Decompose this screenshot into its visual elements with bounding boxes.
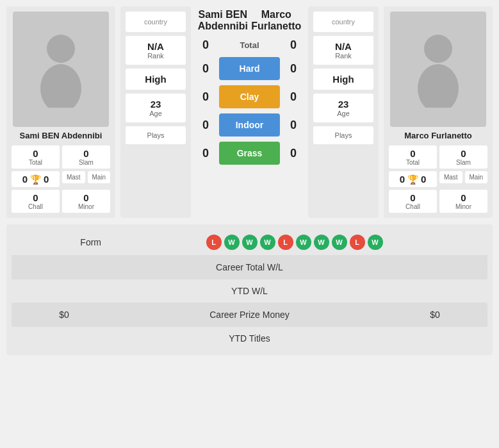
form-badge-w: W xyxy=(224,235,240,250)
hard-score-right: 0 xyxy=(284,62,303,76)
left-age-row: 23 Age xyxy=(126,94,186,122)
svg-point-1 xyxy=(40,64,81,108)
grass-court-button[interactable]: Grass xyxy=(219,142,280,165)
left-country-row: country xyxy=(126,12,186,32)
left-main-label: Main xyxy=(92,174,107,181)
right-rank-row: N/A Rank xyxy=(313,36,373,65)
prize-left: $0 xyxy=(19,310,109,320)
right-minor-value: 0 xyxy=(443,192,484,203)
left-chall-cell: 0 Chall xyxy=(12,190,60,213)
left-stats-grid: 0 Total 0 Slam 0 🏆 0 Mast xyxy=(12,145,110,213)
form-row: Form LWWWLWWWLW xyxy=(12,229,487,256)
right-country-img: country xyxy=(317,18,370,26)
form-label: Form xyxy=(19,237,109,247)
right-chall-cell: 0 Chall xyxy=(389,190,437,213)
left-country-img: country xyxy=(129,18,182,26)
right-high-value: High xyxy=(317,74,370,85)
left-plays-row: Plays xyxy=(126,126,186,144)
left-player-card: Sami BEN Abdennibi 0 Total 0 Slam 0 🏆 0 xyxy=(6,6,115,218)
career-wl-row: Career Total W/L xyxy=(12,256,487,279)
hard-row: 0 Hard 0 xyxy=(196,57,303,80)
left-player-name-center: Sami BEN Abdennibi xyxy=(196,9,250,32)
right-rank-label: Rank xyxy=(317,52,370,60)
right-minor-label: Minor xyxy=(443,203,484,210)
clay-court-button[interactable]: Clay xyxy=(219,85,280,108)
right-slam-label: Slam xyxy=(443,159,484,166)
right-mast-cell: 0 🏆 0 xyxy=(389,171,437,187)
left-high-value: High xyxy=(129,74,182,85)
form-badge-w: W xyxy=(368,235,383,250)
left-age-label: Age xyxy=(129,110,182,117)
left-minor-value: 0 xyxy=(66,192,106,203)
ytd-wl-label: YTD W/L xyxy=(109,286,390,296)
left-rank-row: N/A Rank xyxy=(126,36,186,65)
right-trophy-icon: 🏆 xyxy=(407,174,418,185)
left-slam-label: Slam xyxy=(66,159,106,166)
ytd-wl-row: YTD W/L xyxy=(12,279,487,303)
grass-score-right: 0 xyxy=(284,147,303,160)
prize-label: Career Prize Money xyxy=(109,310,390,320)
right-stats-grid: 0 Total 0 Slam 0 🏆 0 Mast xyxy=(389,145,487,213)
right-chall-label: Chall xyxy=(393,203,433,210)
right-main-s: Main xyxy=(465,171,488,183)
left-rank-value: N/A xyxy=(129,41,182,52)
left-mast-s: Mast xyxy=(62,171,85,183)
prize-right: $0 xyxy=(390,310,480,320)
right-mast-s: Mast xyxy=(439,171,462,183)
right-country-row: country xyxy=(313,12,373,32)
hard-court-button[interactable]: Hard xyxy=(219,57,280,80)
right-plays-label: Plays xyxy=(317,131,370,139)
clay-row: 0 Clay 0 xyxy=(196,85,303,108)
right-total-label: Total xyxy=(393,159,433,166)
right-slam-cell: 0 Slam xyxy=(439,145,487,169)
main-container: Sami BEN Abdennibi 0 Total 0 Slam 0 🏆 0 xyxy=(0,0,499,448)
right-stats-panel: country N/A Rank High 23 Age Plays xyxy=(308,6,379,218)
right-mast-label: Mast xyxy=(443,174,459,181)
form-badges-container: LWWWLWWWLW xyxy=(109,235,480,250)
left-main-s: Main xyxy=(88,171,111,183)
indoor-row: 0 Indoor 0 xyxy=(196,113,303,137)
svg-point-2 xyxy=(424,35,452,63)
hard-score-left: 0 xyxy=(196,62,215,76)
left-slam-cell: 0 Slam xyxy=(62,145,110,169)
left-total-label: Total xyxy=(15,159,56,166)
total-score-left: 0 xyxy=(196,38,215,52)
right-high-row: High xyxy=(313,69,373,90)
right-player-name-center: Marco Furlanetto xyxy=(250,9,304,32)
player-names-row: Sami BEN Abdennibi Marco Furlanetto xyxy=(196,6,303,35)
right-total-cell: 0 Total xyxy=(389,145,437,169)
total-score-right: 0 xyxy=(284,38,303,52)
right-main-label: Main xyxy=(469,174,484,181)
left-player-avatar xyxy=(13,12,109,127)
clay-score-left: 0 xyxy=(196,90,215,104)
right-age-label: Age xyxy=(317,110,370,117)
left-stats-panel: country N/A Rank High 23 Age Plays xyxy=(120,6,191,218)
total-label: Total xyxy=(215,40,284,50)
form-badge-l: L xyxy=(206,235,222,250)
left-mast-cell: 0 🏆 0 xyxy=(12,171,60,187)
left-mast-label: Mast xyxy=(66,174,81,181)
grass-row: 0 Grass 0 xyxy=(196,142,303,165)
form-badge-w: W xyxy=(332,235,347,250)
clay-score-right: 0 xyxy=(284,90,303,104)
right-player-name: Marco Furlanetto xyxy=(404,131,471,140)
form-badge-l: L xyxy=(350,235,365,250)
indoor-score-left: 0 xyxy=(196,119,215,132)
bottom-section: Form LWWWLWWWLW Career Total W/L YTD W/L… xyxy=(6,224,493,355)
right-age-value: 23 xyxy=(317,99,370,110)
ytd-titles-row: YTD Titles xyxy=(12,327,487,350)
form-badge-w: W xyxy=(314,235,329,250)
right-main-value: 0 xyxy=(421,174,426,185)
left-slam-value: 0 xyxy=(66,148,106,159)
player-section: Sami BEN Abdennibi 0 Total 0 Slam 0 🏆 0 xyxy=(6,6,493,218)
svg-point-3 xyxy=(418,64,459,108)
left-chall-label: Chall xyxy=(15,203,56,210)
indoor-court-button[interactable]: Indoor xyxy=(219,113,280,137)
center-courts-section: Sami BEN Abdennibi Marco Furlanetto 0 To… xyxy=(196,6,303,218)
left-mast-value: 0 xyxy=(22,174,28,185)
form-badge-w: W xyxy=(242,235,258,250)
left-total-cell: 0 Total xyxy=(12,145,60,169)
right-chall-value: 0 xyxy=(393,192,433,203)
right-mast-value: 0 xyxy=(400,174,405,185)
grass-score-left: 0 xyxy=(196,147,215,160)
